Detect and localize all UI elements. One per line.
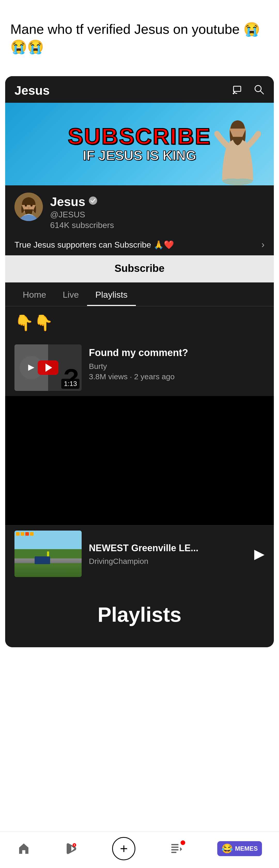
banner-subscribe: SUBSCRIBE	[68, 125, 211, 148]
channel-info: Jesus @JESUS 614K subscribers	[5, 185, 274, 235]
svg-marker-18	[180, 847, 182, 851]
video-meta-1: 3.8M views · 2 years ago	[89, 372, 265, 381]
video-info-1: Found my comment? Burty 3.8M views · 2 y…	[89, 344, 265, 381]
tab-live[interactable]: Live	[55, 282, 87, 306]
video-title-2: NEWEST Greenville LE...	[89, 542, 247, 554]
notification-dot	[181, 840, 185, 845]
youtube-play-icon	[38, 361, 58, 375]
nav-home[interactable]	[17, 842, 30, 855]
svg-rect-16	[171, 849, 179, 850]
yt-app-header: Jesus	[5, 76, 274, 103]
svg-point-1	[233, 93, 234, 94]
video-player-area	[5, 396, 274, 525]
svg-point-12	[89, 196, 97, 205]
bottom-navigation: + 😂 MEMES	[0, 832, 279, 868]
svg-rect-17	[171, 852, 177, 853]
shorts-icon	[65, 842, 78, 855]
memes-label: MEMES	[235, 845, 258, 852]
banner-text: SUBSCRIBE IF JESUS IS KING	[68, 125, 211, 163]
tab-playlists[interactable]: Playlists	[87, 282, 136, 306]
svg-line-3	[260, 91, 264, 94]
svg-rect-14	[171, 844, 179, 845]
svg-rect-15	[171, 846, 179, 848]
chevron-right-icon: ›	[261, 239, 265, 250]
subscribe-button-container: Subscribe	[5, 255, 274, 282]
channel-name: Jesus	[50, 195, 85, 209]
playlists-title: Playlists	[14, 587, 265, 642]
top-caption: Mane who tf verified Jesus on youtube 😭😭…	[10, 21, 269, 56]
video-channel-1: Burty	[89, 362, 265, 371]
subscribe-button[interactable]: Subscribe	[5, 255, 274, 281]
top-text-area: Mane who tf verified Jesus on youtube 😭😭…	[0, 0, 279, 66]
channel-details: Jesus @JESUS 614K subscribers	[50, 193, 265, 230]
channel-banner: SUBSCRIBE IF JESUS IS KING	[5, 103, 274, 185]
video-thumbnail-2	[14, 531, 82, 577]
channel-name-row: Jesus	[50, 195, 265, 209]
playlists-section: Playlists	[5, 582, 274, 647]
home-icon	[17, 842, 30, 855]
banner-subtext: IF JESUS IS KING	[68, 148, 211, 163]
tab-home[interactable]: Home	[14, 282, 55, 306]
verified-badge	[88, 196, 98, 208]
svg-point-10	[30, 205, 33, 207]
nav-library[interactable]	[170, 841, 183, 856]
memes-badge[interactable]: 😂 MEMES	[217, 841, 262, 856]
video-item-1[interactable]: ? 1:13 Found my comment? Burty 3.8M view…	[5, 339, 274, 396]
channel-description: True Jesus supporters can Subscribe 🙏❤️	[14, 240, 174, 250]
video-info-2: NEWEST Greenville LE... DrivingChampion	[89, 542, 247, 566]
channel-description-row[interactable]: True Jesus supporters can Subscribe 🙏❤️ …	[5, 235, 274, 255]
add-button[interactable]: +	[112, 837, 135, 860]
video-thumbnail-1: ? 1:13	[14, 344, 82, 391]
channel-handle: @JESUS	[50, 210, 265, 219]
svg-rect-0	[234, 86, 241, 91]
banner-jesus-figure	[212, 108, 264, 185]
channel-subscribers: 614K subscribers	[50, 220, 265, 230]
nav-memes[interactable]: 😂 MEMES	[217, 841, 262, 856]
memes-icon: 😂	[221, 843, 233, 854]
video-title-1: Found my comment?	[89, 346, 265, 359]
svg-point-9	[25, 205, 27, 207]
nav-add[interactable]: +	[112, 837, 135, 860]
pointing-fingers: 👇👇	[5, 306, 274, 339]
video-channel-2: DrivingChampion	[89, 557, 247, 566]
nav-shorts[interactable]	[65, 842, 78, 855]
video-item-2[interactable]: NEWEST Greenville LE... DrivingChampion …	[5, 525, 274, 582]
youtube-card: Jesus SUBSCRIBE IF JESUS	[5, 76, 274, 647]
header-icons	[232, 84, 265, 98]
channel-avatar	[14, 193, 43, 221]
svg-point-11	[28, 207, 29, 209]
duration-badge: 1:13	[61, 379, 80, 389]
search-icon[interactable]	[253, 84, 265, 98]
play-button-2[interactable]: ▶	[254, 546, 265, 562]
cast-icon[interactable]	[232, 84, 244, 98]
channel-tabs: Home Live Playlists	[5, 282, 274, 306]
header-channel-name: Jesus	[14, 83, 50, 98]
